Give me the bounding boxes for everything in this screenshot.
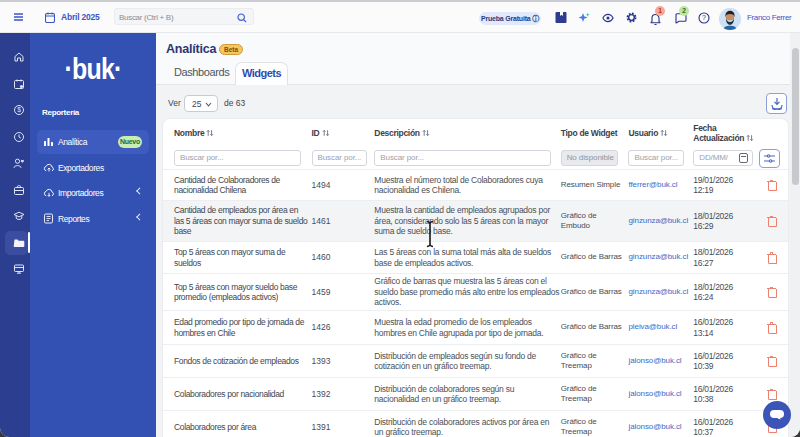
svg-text:?: ? (702, 14, 706, 21)
svg-text:$: $ (17, 106, 21, 113)
